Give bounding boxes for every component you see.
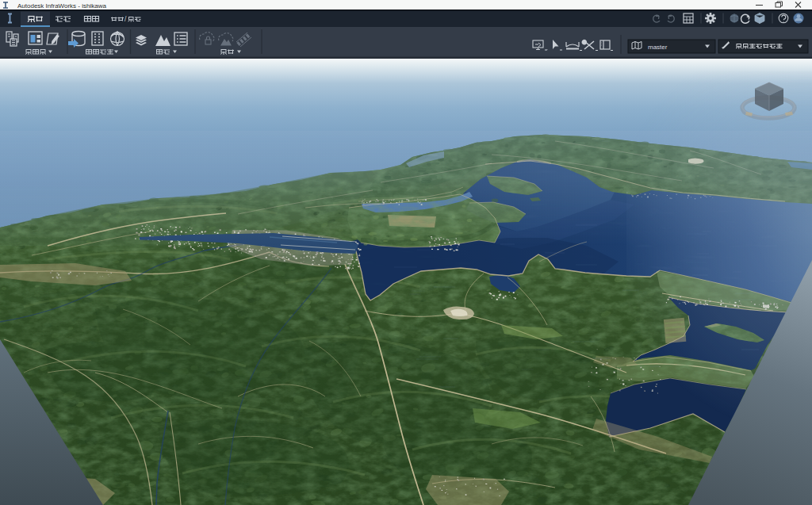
- svg-text:master: master: [648, 44, 668, 51]
- svg-text:Autodesk InfraWorks - ishikawa: Autodesk InfraWorks - ishikawa: [17, 2, 106, 10]
